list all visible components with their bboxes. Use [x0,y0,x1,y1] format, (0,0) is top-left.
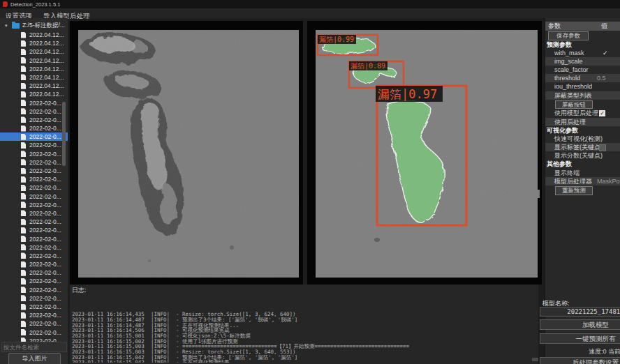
param-row[interactable]: 屏蔽类型列表 [545,91,620,100]
filename-search-input[interactable] [1,342,67,352]
file-icon [21,142,26,149]
tree-item[interactable]: 2022.04.12... [0,39,68,47]
progress-status: 速度:0 当前进度 [589,347,620,356]
tree-item[interactable]: 2022-02-0... [0,99,68,107]
tree-item[interactable]: 2022-02-0... [0,303,68,311]
file-icon [21,287,26,293]
file-icon [21,244,26,250]
original-image-canvas[interactable] [78,30,299,278]
tree-item[interactable]: 2022-02-0... [0,209,68,218]
detection-label: 漏箔|0.89 [349,61,388,70]
tree-item[interactable]: 2022.04.12... [0,56,68,65]
tree-item[interactable]: 2022.04.12... [0,31,68,39]
tree-item-label: 2022-02-0... [29,243,61,252]
tree-root-folder[interactable]: ▾ Z:/5-标注数据/... [0,21,68,30]
tree-item-label: 2022-02-0... [29,116,61,124]
file-icon [21,321,26,327]
tree-item[interactable]: 2022-02-0... [0,107,68,116]
tree-item[interactable]: 2022-02-0... [0,116,68,124]
predict-all-button[interactable]: 一键预测所有 [540,333,620,344]
viewer-scrollbar-thumb[interactable] [538,190,540,198]
tree-item[interactable]: 2022-02-0... [0,286,68,294]
tree-item[interactable]: 2022-02-0... [0,226,68,234]
tree-item[interactable]: 2022-02-0... [0,311,68,319]
log-scrollbar-thumb[interactable] [532,358,538,361]
param-row[interactable]: iou_threshold [545,82,620,91]
param-checkbox[interactable] [599,144,606,151]
tree-item[interactable]: 2022.04.12... [0,82,68,90]
tree-item-label: 2022-02-0... [29,277,61,285]
tree-item[interactable]: 2022-02-0... [0,260,68,268]
tree-item[interactable]: 2022-02-0... [0,175,68,183]
postprocess-settings-button[interactable]: 后处理参数设置 [540,357,620,364]
params-header-value: 值 [601,22,607,31]
tree-item[interactable]: 2022-02-0... [0,235,68,243]
param-row[interactable]: 重新预测 [545,185,620,195]
tree-item[interactable]: 2022-02-0... [0,132,68,141]
tree-item[interactable]: 2022.04.12... [0,73,68,82]
param-row[interactable]: scale_factor [545,66,620,74]
param-row[interactable]: threshold 0.5 [545,74,620,82]
param-row[interactable]: with_mask [545,49,620,57]
import-images-button[interactable]: 导入图片 [8,353,61,364]
param-row[interactable]: 显示标签(关键点) [545,143,620,151]
load-model-button[interactable]: 加载模型 [540,319,620,330]
param-row[interactable]: 快速可视化(检测) [545,135,620,143]
tree-item[interactable]: 2022-02-0... [0,167,68,175]
param-row[interactable]: 其他参数 [545,160,620,168]
param-row[interactable]: 显示分数(关键点) [545,151,620,160]
tree-item[interactable]: 2022-02-0... [0,337,68,342]
tree-item-label: 2022-02-0... [29,268,61,277]
tree-item[interactable]: 2022.04.12... [0,90,68,98]
expand-arrow-icon[interactable]: ▾ [5,21,8,30]
tree-item[interactable]: 2022-02-0... [0,150,68,158]
param-row[interactable]: 屏蔽按钮 [545,100,620,109]
tree-item[interactable]: 2022-02-0... [0,243,68,252]
param-row[interactable]: 显示终端 [545,169,620,177]
file-icon [21,108,26,114]
file-icon [21,176,26,183]
tree-scrollbar-thumb[interactable] [62,102,66,166]
tree-item-label: 2022-02-0... [29,150,61,158]
param-label: 屏蔽类型列表 [554,92,592,99]
file-icon [21,236,26,242]
tree-item[interactable]: 2022-02-0... [0,252,68,260]
param-row[interactable]: 模型后处理器 MaskPostPro [545,177,620,185]
folder-icon [12,23,20,29]
tree-item-label: 2022-02-0... [29,303,61,311]
param-checkbox[interactable] [599,110,605,116]
tree-item[interactable]: 2022-02-0... [0,201,68,209]
tree-item[interactable]: 2022.04.12... [0,65,68,73]
tree-item[interactable]: 2022-02-0... [0,294,68,303]
tree-item[interactable]: 2022-02-0... [0,158,68,167]
tree-item[interactable]: 2022-02-0... [0,124,68,132]
param-row[interactable]: img_scale [545,57,620,66]
model-name-field[interactable]: 20221225_174813 [540,307,620,317]
tree-item[interactable]: 2022.04.12... [0,47,68,56]
tree-item[interactable]: 2022-02-0... [0,268,68,277]
file-icon [21,134,26,140]
param-row[interactable]: 使用模型后处理 [545,109,620,117]
param-row[interactable]: 预测参数 [545,40,620,49]
log-output[interactable]: 2023-01-11 16:16:14,435 |INFO| - Resize:… [72,296,533,363]
param-row[interactable]: 可视化参数 [545,126,620,135]
prediction-image-canvas[interactable]: 漏箔|0.99 漏箔|0.89 漏箔|0.97 [316,30,538,278]
tree-item-label: 2022.04.12... [29,39,64,47]
param-row[interactable]: 使用后处理 [545,118,620,126]
tree-item[interactable]: 2022-02-0... [0,183,68,192]
tree-item[interactable]: 2022-02-0... [0,319,68,328]
tree-item[interactable]: 2022-02-0... [0,192,68,201]
file-icon [21,312,26,319]
tree-item[interactable]: 2022-02-0... [0,328,68,337]
tree-item[interactable]: 2022-02-0... [0,218,68,226]
tree-item[interactable]: 2022-02-0... [0,141,68,149]
tree-item-label: 2022-02-0... [29,192,61,201]
param-row[interactable]: 保存参数 [545,31,620,40]
file-icon [21,210,26,216]
file-icon [21,83,26,89]
param-checkbox[interactable] [603,49,608,57]
file-icon [21,126,26,132]
param-label: 预测参数 [547,41,572,48]
tree-item-label: 2022.04.12... [29,56,64,65]
tree-item[interactable]: 2022-02-0... [0,277,68,285]
